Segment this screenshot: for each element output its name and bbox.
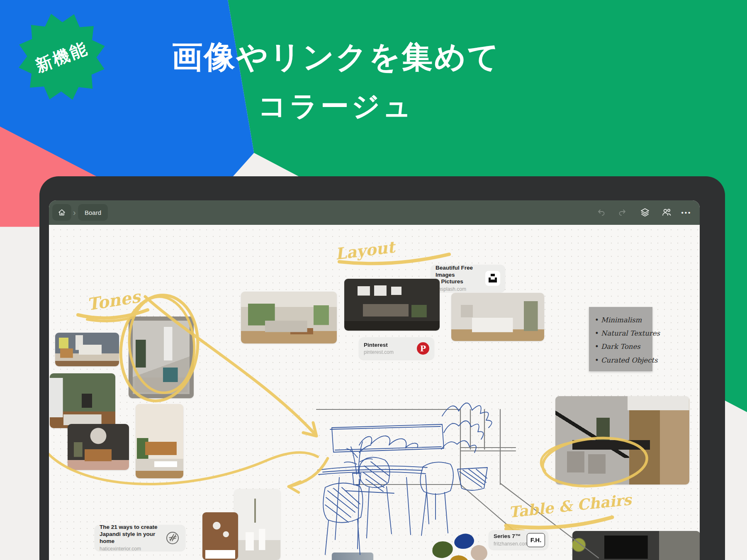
pinterest-icon: P xyxy=(417,342,429,355)
photo-dining-room[interactable] xyxy=(555,396,689,485)
breadcrumb-board[interactable]: Board xyxy=(78,204,108,221)
home-button[interactable] xyxy=(52,204,71,221)
hero-title: 画像やリンクを集めて コラージュ xyxy=(141,37,531,125)
fritz-hansen-icon: F.H. xyxy=(527,533,545,547)
japandi-card-title: The 21 ways to create Japandi style in y… xyxy=(100,524,161,545)
redo-icon xyxy=(618,208,627,217)
undo-icon xyxy=(596,208,606,217)
pinterest-card-title: Pinterest xyxy=(364,342,413,349)
unsplash-icon xyxy=(485,271,500,286)
photo-gray-living-room[interactable] xyxy=(55,333,119,366)
photo-tan-sofa-room[interactable] xyxy=(136,404,183,478)
paint-swatch-beige[interactable] xyxy=(471,545,487,560)
collaborators-button[interactable] xyxy=(658,204,675,221)
hero-stage: 新機能 画像やリンクを集めて コラージュ xyxy=(0,0,747,560)
photo-pegboard-flowers[interactable] xyxy=(202,512,238,560)
sticky-note-item: Natural Textures xyxy=(595,327,648,340)
photo-bedroom[interactable] xyxy=(451,293,544,341)
home-icon xyxy=(58,208,66,217)
more-button[interactable]: ••• xyxy=(678,204,695,221)
link-card-series7[interactable]: Series 7™ fritzhansen.com F.H. xyxy=(489,530,548,550)
photo-white-vases[interactable] xyxy=(234,489,280,560)
new-feature-badge-label: 新機能 xyxy=(32,37,92,78)
unsplash-card-domain: unsplash.com xyxy=(436,286,481,292)
sticky-note-item: Dark Tones xyxy=(595,340,648,353)
photo-wide-living-room[interactable] xyxy=(241,292,337,343)
photo-dark-mirror-room[interactable] xyxy=(68,424,129,470)
layers-icon xyxy=(640,207,650,217)
photo-dark-living-room[interactable] xyxy=(344,279,440,331)
link-card-japandi[interactable]: The 21 ways to create Japandi style in y… xyxy=(95,525,185,551)
app-screen: Tones Layout Table & Chairs xyxy=(49,200,700,560)
link-card-pinterest[interactable]: Pinterest pinterest.com P xyxy=(359,337,434,360)
photo-staircase-mirror[interactable] xyxy=(129,317,194,398)
haticexinterior-icon xyxy=(165,530,180,546)
sticky-note-list: Minimalism Natural Textures Dark Tones C… xyxy=(595,314,648,367)
redo-button[interactable] xyxy=(614,204,631,221)
hero-title-line1: 画像やリンクを集めて xyxy=(141,37,531,78)
link-card-unsplash[interactable]: Beautiful Free Images & Pictures unsplas… xyxy=(431,265,505,292)
app-toolbar: › Board xyxy=(49,200,700,225)
photo-black-chair[interactable] xyxy=(572,531,700,560)
tablet-frame: Tones Layout Table & Chairs xyxy=(39,176,725,560)
sticky-note-item: Minimalism xyxy=(595,314,648,327)
photo-blue-sofa-edge[interactable] xyxy=(332,553,373,560)
collaborators-icon xyxy=(661,207,672,217)
series7-card-domain: fritzhansen.com xyxy=(494,541,523,547)
breadcrumb-chevron: › xyxy=(73,204,76,221)
photo-green-office[interactable] xyxy=(50,373,115,428)
more-icon: ••• xyxy=(681,209,692,216)
sticky-note[interactable]: Minimalism Natural Textures Dark Tones C… xyxy=(589,307,652,371)
japandi-card-domain: haticexinterior.com xyxy=(100,546,161,552)
sticky-note-item: Curated Objects xyxy=(595,354,648,367)
pinterest-card-domain: pinterest.com xyxy=(364,349,413,355)
series7-card-title: Series 7™ xyxy=(494,533,523,540)
undo-button[interactable] xyxy=(593,204,609,221)
layers-button[interactable] xyxy=(637,204,653,221)
unsplash-card-title: Beautiful Free Images & Pictures xyxy=(436,265,481,286)
hero-title-line2: コラージュ xyxy=(141,88,531,125)
